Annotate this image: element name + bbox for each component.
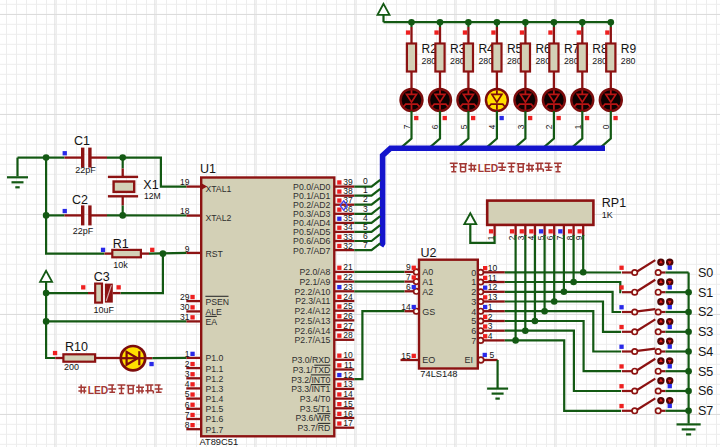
svg-text:A0: A0: [422, 267, 433, 277]
svg-text:P1.4: P1.4: [205, 394, 223, 404]
svg-text:280: 280: [564, 56, 579, 66]
svg-text:10: 10: [488, 263, 498, 273]
svg-text:U2: U2: [421, 246, 437, 260]
svg-text:EA: EA: [205, 317, 217, 327]
svg-text:10k: 10k: [113, 260, 128, 270]
svg-text:S5: S5: [698, 365, 713, 379]
svg-text:1K: 1K: [602, 210, 613, 220]
svg-text:C3: C3: [94, 270, 110, 284]
svg-text:2: 2: [544, 124, 554, 129]
svg-text:1: 1: [573, 124, 583, 129]
svg-text:32: 32: [343, 241, 353, 251]
svg-text:14: 14: [401, 302, 411, 312]
svg-text:P2.6/A14: P2.6/A14: [295, 326, 331, 336]
svg-text:P2.2/A10: P2.2/A10: [295, 287, 331, 297]
svg-text:28: 28: [343, 330, 353, 340]
svg-text:5: 5: [459, 124, 469, 129]
svg-text:P2.5/A13: P2.5/A13: [295, 316, 331, 326]
svg-text:4: 4: [471, 307, 476, 317]
svg-text:S4: S4: [698, 345, 713, 359]
svg-text:P2.0/A8: P2.0/A8: [299, 267, 330, 277]
svg-text:11: 11: [344, 360, 353, 370]
svg-text:25: 25: [343, 301, 353, 311]
svg-text:P1.5: P1.5: [205, 404, 223, 414]
svg-text:1: 1: [488, 302, 493, 312]
svg-text:1: 1: [471, 277, 476, 287]
svg-text:0: 0: [471, 268, 476, 278]
svg-text:P1.7: P1.7: [205, 425, 223, 435]
svg-text:RST: RST: [205, 249, 223, 259]
svg-text:5: 5: [185, 389, 190, 399]
svg-text:P1.1: P1.1: [205, 364, 223, 374]
svg-text:P3.4/T0: P3.4/T0: [300, 394, 331, 404]
svg-text:R10: R10: [65, 340, 88, 354]
svg-text:7: 7: [406, 272, 411, 282]
svg-text:P0.7/AD7: P0.7/AD7: [293, 246, 330, 256]
svg-text:EO: EO: [422, 355, 435, 365]
svg-text:8: 8: [185, 420, 190, 430]
svg-text:ALE: ALE: [205, 307, 222, 317]
svg-text:26: 26: [343, 311, 353, 321]
svg-text:X1: X1: [143, 178, 158, 192]
svg-text:S2: S2: [698, 305, 713, 319]
svg-text:29: 29: [180, 292, 190, 302]
svg-text:P1.2: P1.2: [205, 374, 223, 384]
svg-text:17: 17: [343, 418, 353, 428]
svg-text:3: 3: [185, 369, 190, 379]
svg-text:EI: EI: [464, 355, 473, 365]
svg-text:A2: A2: [422, 287, 433, 297]
svg-text:280: 280: [422, 56, 437, 66]
svg-text:C1: C1: [74, 134, 90, 148]
svg-text:4: 4: [488, 331, 493, 341]
svg-text:12: 12: [343, 370, 353, 380]
svg-text:XTAL1: XTAL1: [205, 184, 231, 194]
svg-text:LED: LED: [88, 385, 109, 396]
svg-text:30: 30: [180, 302, 190, 312]
svg-text:S7: S7: [698, 404, 713, 418]
svg-text:GS: GS: [422, 307, 435, 317]
svg-text:16: 16: [343, 409, 353, 419]
svg-text:S3: S3: [698, 325, 713, 339]
svg-text:AT89C51: AT89C51: [200, 437, 239, 447]
svg-text:14: 14: [343, 389, 353, 399]
svg-text:15: 15: [343, 399, 353, 409]
svg-text:4: 4: [185, 379, 190, 389]
svg-text:2: 2: [185, 359, 190, 369]
svg-text:200: 200: [64, 362, 79, 372]
svg-text:S1: S1: [698, 286, 713, 300]
svg-text:RP1: RP1: [602, 196, 626, 210]
svg-text:6: 6: [406, 282, 411, 292]
svg-text:12M: 12M: [144, 191, 161, 201]
svg-text:P3.1/TXD: P3.1/TXD: [293, 365, 331, 375]
svg-text:280: 280: [507, 56, 522, 66]
svg-text:21: 21: [343, 262, 353, 272]
svg-text:74LS148: 74LS148: [420, 369, 457, 379]
svg-text:R9: R9: [621, 42, 637, 56]
svg-text:XTAL2: XTAL2: [205, 213, 231, 223]
svg-text:12: 12: [488, 282, 498, 292]
svg-text:3: 3: [488, 321, 493, 331]
svg-text:10uF: 10uF: [93, 305, 114, 315]
svg-text:P3.5/T1: P3.5/T1: [300, 404, 331, 414]
svg-text:6: 6: [185, 400, 190, 410]
svg-text:P3.6/WR: P3.6/WR: [296, 413, 331, 423]
svg-text:2: 2: [488, 312, 493, 322]
svg-text:13: 13: [488, 292, 498, 302]
svg-text:280: 280: [478, 56, 493, 66]
svg-text:R1: R1: [113, 237, 129, 251]
svg-text:7: 7: [402, 124, 412, 129]
svg-text:0: 0: [601, 124, 611, 129]
svg-text:23: 23: [343, 282, 353, 292]
svg-text:P2.4/A12: P2.4/A12: [295, 306, 331, 316]
svg-text:3: 3: [471, 297, 476, 307]
svg-text:4: 4: [487, 124, 497, 129]
svg-text:22: 22: [343, 272, 353, 282]
svg-text:P3.7/RD: P3.7/RD: [297, 423, 330, 433]
svg-text:7: 7: [471, 336, 476, 346]
svg-text:A1: A1: [422, 277, 433, 287]
svg-text:15: 15: [401, 351, 411, 361]
svg-text:11: 11: [488, 273, 497, 283]
svg-text:6: 6: [471, 326, 476, 336]
svg-text:280: 280: [450, 56, 465, 66]
svg-text:C2: C2: [72, 193, 88, 207]
